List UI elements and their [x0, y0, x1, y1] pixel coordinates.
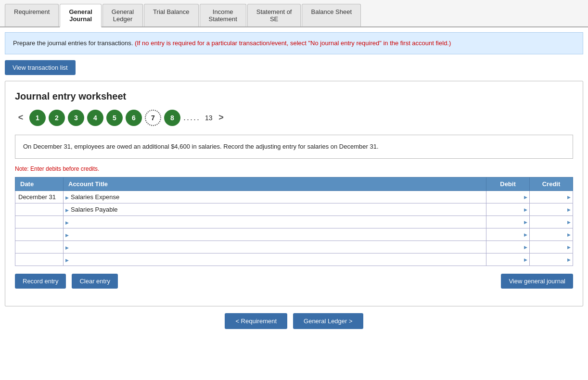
- worksheet-title: Journal entry worksheet: [15, 91, 573, 102]
- row5-account[interactable]: [64, 241, 486, 253]
- step-7-current[interactable]: 7: [145, 110, 161, 126]
- row3-date: [15, 216, 64, 228]
- journal-table: Date Account Title Debit Credit December…: [15, 177, 573, 266]
- table-row: [15, 253, 573, 266]
- row5-debit[interactable]: [486, 241, 530, 253]
- record-entry-button[interactable]: Record entry: [15, 274, 66, 289]
- tab-trial-balance[interactable]: Trial Balance: [144, 4, 198, 26]
- tab-general-journal[interactable]: GeneralJournal: [60, 4, 101, 27]
- tabs-bar: Requirement GeneralJournal GeneralLedger…: [0, 0, 588, 27]
- info-highlight-text: (If no entry is required for a particula…: [135, 39, 451, 47]
- tab-statement-se[interactable]: Statement ofSE: [247, 4, 301, 26]
- table-row: [15, 216, 573, 228]
- row1-account[interactable]: Salaries Expense: [64, 191, 486, 203]
- col-header-credit: Credit: [530, 177, 573, 191]
- view-general-journal-button[interactable]: View general journal: [501, 274, 573, 289]
- tab-requirement[interactable]: Requirement: [5, 4, 59, 26]
- row6-credit[interactable]: [530, 253, 573, 266]
- prev-nav-button[interactable]: < Requirement: [225, 313, 287, 329]
- table-row: Salaries Payable: [15, 203, 573, 216]
- row3-credit[interactable]: [530, 216, 573, 228]
- row4-debit[interactable]: [486, 228, 530, 241]
- table-row: December 31 Salaries Expense: [15, 191, 573, 203]
- step-1[interactable]: 1: [29, 110, 46, 126]
- description-box: On December 31, employees are owed an ad…: [15, 135, 573, 159]
- worksheet-box: Journal entry worksheet < 1 2 3 4 5 6 7 …: [5, 81, 583, 307]
- note-text: Note: Enter debits before credits.: [15, 165, 573, 172]
- table-row: [15, 241, 573, 253]
- clear-entry-button[interactable]: Clear entry: [72, 274, 118, 289]
- nav-buttons-row: < Requirement General Ledger >: [5, 313, 583, 329]
- row6-date: [15, 253, 64, 266]
- row4-account[interactable]: [64, 228, 486, 241]
- row1-date: December 31: [15, 191, 64, 203]
- step-6[interactable]: 6: [126, 110, 142, 126]
- row2-debit[interactable]: [486, 203, 530, 216]
- col-header-debit: Debit: [486, 177, 530, 191]
- next-step-arrow[interactable]: >: [216, 110, 227, 126]
- row2-date: [15, 203, 64, 216]
- row1-credit[interactable]: [530, 191, 573, 203]
- steps-row: < 1 2 3 4 5 6 7 8 ..... 13 >: [15, 110, 573, 126]
- row6-debit[interactable]: [486, 253, 530, 266]
- row6-account[interactable]: [64, 253, 486, 266]
- row3-debit[interactable]: [486, 216, 530, 228]
- step-8[interactable]: 8: [164, 110, 180, 126]
- row4-credit[interactable]: [530, 228, 573, 241]
- prev-step-arrow[interactable]: <: [15, 110, 26, 126]
- col-header-account: Account Title: [64, 177, 486, 191]
- info-main-text: Prepare the journal entries for transact…: [13, 39, 135, 47]
- view-transaction-list-button[interactable]: View transaction list: [5, 60, 76, 75]
- step-2[interactable]: 2: [49, 110, 65, 126]
- tab-income-statement[interactable]: IncomeStatement: [200, 4, 246, 26]
- last-step-number: 13: [205, 114, 213, 122]
- row3-account[interactable]: [64, 216, 486, 228]
- step-dots: .....: [183, 113, 200, 123]
- step-5[interactable]: 5: [106, 110, 123, 126]
- table-row: [15, 228, 573, 241]
- tab-balance-sheet[interactable]: Balance Sheet: [302, 4, 361, 26]
- info-banner: Prepare the journal entries for transact…: [5, 32, 583, 54]
- row2-credit[interactable]: [530, 203, 573, 216]
- step-4[interactable]: 4: [87, 110, 103, 126]
- row5-date: [15, 241, 64, 253]
- col-header-date: Date: [15, 177, 64, 191]
- bottom-buttons: Record entry Clear entry View general jo…: [15, 274, 573, 289]
- step-3[interactable]: 3: [68, 110, 84, 126]
- row4-date: [15, 228, 64, 241]
- view-txn-area: View transaction list: [5, 60, 583, 75]
- row5-credit[interactable]: [530, 241, 573, 253]
- row2-account[interactable]: Salaries Payable: [64, 203, 486, 216]
- main-container: Requirement GeneralJournal GeneralLedger…: [0, 0, 588, 380]
- row1-debit[interactable]: [486, 191, 530, 203]
- next-nav-button[interactable]: General Ledger >: [293, 313, 363, 329]
- tab-general-ledger[interactable]: GeneralLedger: [102, 4, 143, 26]
